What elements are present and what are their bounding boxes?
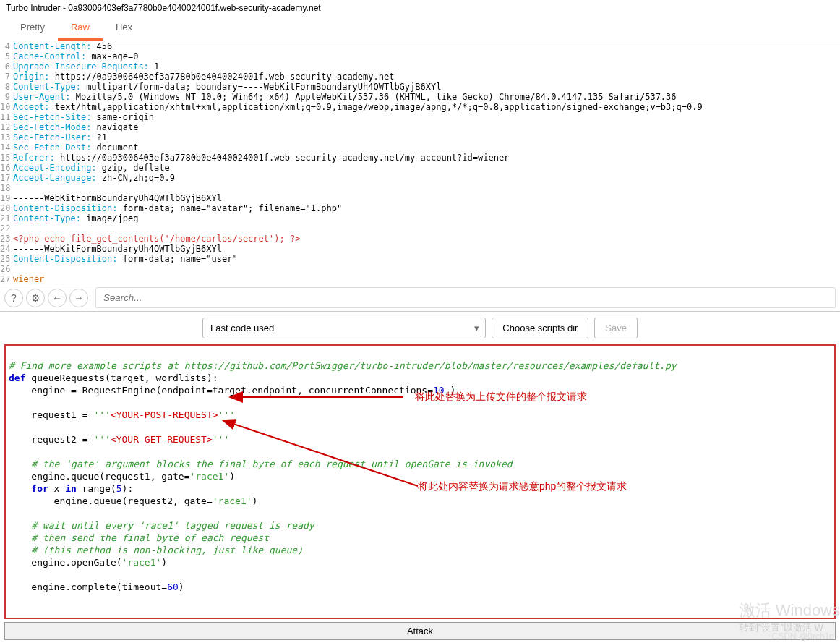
script-dropdown[interactable]: Last code used bbox=[202, 318, 486, 338]
request-pane[interactable]: 4Content-Length: 4565Cache-Control: max-… bbox=[0, 41, 840, 284]
tab-bar: Pretty Raw Hex bbox=[0, 16, 840, 41]
annotation-text-2: 将此处内容替换为请求恶意php的整个报文请求 bbox=[418, 480, 627, 493]
script-editor[interactable]: # Find more example scripts at https://g… bbox=[4, 344, 836, 619]
help-icon[interactable]: ? bbox=[4, 289, 23, 307]
tab-pretty[interactable]: Pretty bbox=[7, 16, 58, 41]
svg-line-3 bbox=[223, 420, 418, 486]
window-title: Turbo Intruder - 0a93006403ef3a7780b0e40… bbox=[0, 0, 840, 16]
gear-icon[interactable]: ⚙ bbox=[26, 289, 45, 307]
tab-hex[interactable]: Hex bbox=[103, 16, 145, 41]
annotation-text-1: 将此处替换为上传文件的整个报文请求 bbox=[415, 391, 587, 403]
forward-icon[interactable]: → bbox=[69, 289, 88, 307]
tab-raw[interactable]: Raw bbox=[58, 16, 103, 41]
csdn-watermark: CSDN @0rch1d bbox=[772, 631, 834, 642]
attack-button[interactable]: Attack bbox=[4, 622, 836, 640]
choose-scripts-button[interactable]: Choose scripts dir bbox=[492, 318, 588, 338]
config-bar: Last code used Choose scripts dir Save bbox=[0, 312, 840, 344]
search-input[interactable] bbox=[95, 287, 836, 308]
arrow-annotation-2 bbox=[215, 414, 425, 493]
toolbar: ? ⚙ ← → bbox=[0, 284, 840, 312]
save-button[interactable]: Save bbox=[594, 318, 638, 338]
back-icon[interactable]: ← bbox=[48, 289, 67, 307]
